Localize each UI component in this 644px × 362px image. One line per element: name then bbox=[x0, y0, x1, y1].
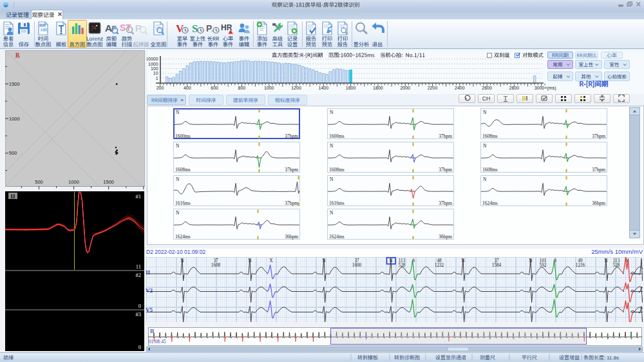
svg-text:37bpm: 37bpm bbox=[592, 133, 605, 139]
svg-text:1608ms: 1608ms bbox=[175, 167, 191, 173]
svg-text:37bpm: 37bpm bbox=[439, 167, 452, 173]
svg-text:11: 11 bbox=[136, 263, 141, 270]
svg-text:1608ms: 1608ms bbox=[482, 133, 498, 139]
svg-text:600: 600 bbox=[211, 86, 218, 90]
svg-text:800: 800 bbox=[238, 86, 246, 90]
svg-text:500: 500 bbox=[35, 179, 43, 185]
svg-text:3000+(ms): 3000+(ms) bbox=[535, 86, 556, 91]
svg-text:ST: ST bbox=[120, 23, 131, 33]
svg-text:RR: RR bbox=[39, 23, 46, 28]
svg-text:1000: 1000 bbox=[68, 179, 79, 185]
svg-text:V: V bbox=[625, 258, 629, 263]
svg-text:#1: #1 bbox=[136, 193, 142, 200]
svg-text:1: 1 bbox=[156, 76, 158, 81]
svg-text:37bpm: 37bpm bbox=[285, 133, 298, 139]
svg-text:1616ms: 1616ms bbox=[175, 200, 191, 206]
svg-text:II: II bbox=[150, 329, 154, 334]
svg-text:1500: 1500 bbox=[9, 81, 20, 87]
svg-text:1500: 1500 bbox=[103, 179, 114, 185]
svg-text:N: N bbox=[248, 258, 252, 263]
svg-text:N: N bbox=[176, 110, 180, 115]
svg-text:1200: 1200 bbox=[291, 86, 301, 90]
svg-text:N: N bbox=[176, 210, 180, 216]
svg-text:1000: 1000 bbox=[148, 62, 158, 66]
svg-text:N: N bbox=[483, 176, 487, 182]
svg-text:N: N bbox=[180, 258, 184, 263]
svg-text:1624ms: 1624ms bbox=[329, 234, 345, 240]
svg-text:T: T bbox=[504, 95, 507, 102]
svg-text:1608ms: 1608ms bbox=[329, 167, 345, 173]
svg-text:N: N bbox=[483, 143, 487, 149]
svg-text:1000: 1000 bbox=[9, 116, 20, 122]
svg-text:HR: HR bbox=[41, 28, 47, 32]
svg-text:N: N bbox=[322, 258, 326, 263]
svg-text:N: N bbox=[529, 258, 533, 263]
svg-text:10: 10 bbox=[153, 71, 158, 75]
svg-text:37bpm: 37bpm bbox=[592, 167, 605, 173]
svg-text:N: N bbox=[389, 258, 393, 263]
svg-text:II: II bbox=[10, 193, 15, 200]
svg-text:11.8s: 11.8s bbox=[607, 355, 619, 361]
svg-text:37bpm: 37bpm bbox=[439, 200, 452, 206]
svg-text:528: 528 bbox=[613, 263, 620, 268]
svg-text:1608: 1608 bbox=[211, 263, 221, 268]
svg-text:1000: 1000 bbox=[264, 86, 274, 90]
svg-text:#3: #3 bbox=[136, 311, 142, 318]
svg-text:36bpm: 36bpm bbox=[592, 200, 605, 206]
svg-text:1216: 1216 bbox=[576, 263, 585, 268]
svg-text:1600ms: 1600ms bbox=[175, 133, 191, 139]
svg-text:37bpm: 37bpm bbox=[285, 167, 298, 173]
svg-text:N: N bbox=[461, 258, 465, 263]
svg-text:N: N bbox=[330, 143, 334, 149]
svg-text:N: N bbox=[176, 143, 180, 149]
svg-text:0: 0 bbox=[138, 303, 141, 309]
svg-text:1608ms: 1608ms bbox=[482, 167, 498, 173]
svg-text:CH: CH bbox=[482, 95, 490, 102]
svg-text:1800: 1800 bbox=[373, 86, 383, 90]
svg-text:2600: 2600 bbox=[482, 86, 492, 90]
svg-text:2400: 2400 bbox=[455, 86, 465, 90]
svg-text:1400: 1400 bbox=[319, 86, 329, 90]
svg-text:37bpm: 37bpm bbox=[439, 133, 452, 139]
svg-text:1624ms: 1624ms bbox=[175, 234, 191, 240]
svg-text:37bpm: 37bpm bbox=[285, 200, 298, 206]
svg-text:528: 528 bbox=[399, 263, 406, 268]
svg-text:1584: 1584 bbox=[492, 263, 502, 268]
svg-text:36bpm: 36bpm bbox=[439, 234, 452, 240]
svg-text:10000: 10000 bbox=[147, 57, 158, 61]
svg-text:N: N bbox=[330, 110, 334, 115]
svg-text:1600ms: 1600ms bbox=[329, 133, 345, 139]
svg-text:2200: 2200 bbox=[428, 86, 438, 90]
svg-text:S: S bbox=[554, 258, 556, 263]
svg-text:592: 592 bbox=[540, 263, 547, 268]
svg-text:01:08:45: 01:08:45 bbox=[149, 339, 166, 345]
svg-text:0: 0 bbox=[138, 344, 141, 350]
svg-text:1600: 1600 bbox=[352, 263, 362, 268]
svg-text:N: N bbox=[330, 176, 334, 182]
svg-text:2000: 2000 bbox=[400, 86, 410, 90]
svg-text:1600: 1600 bbox=[346, 86, 356, 90]
svg-text:N: N bbox=[604, 258, 608, 263]
svg-text:N: N bbox=[176, 176, 180, 182]
svg-text:1616ms: 1616ms bbox=[329, 200, 345, 206]
svg-text:1624ms: 1624ms bbox=[482, 200, 498, 206]
svg-text:X: X bbox=[269, 258, 273, 263]
svg-text:#2: #2 bbox=[136, 272, 142, 278]
svg-text:100: 100 bbox=[151, 66, 158, 71]
svg-text:2800: 2800 bbox=[509, 86, 520, 90]
svg-text:500: 500 bbox=[9, 150, 17, 156]
svg-text:36bpm: 36bpm bbox=[285, 234, 298, 240]
svg-text:N: N bbox=[483, 110, 487, 115]
svg-text:400: 400 bbox=[184, 86, 191, 90]
svg-text:S: S bbox=[412, 258, 415, 263]
svg-text:R: R bbox=[15, 52, 20, 58]
svg-text:S: S bbox=[192, 23, 198, 35]
svg-text:N: N bbox=[330, 210, 334, 216]
svg-text:200: 200 bbox=[156, 86, 164, 90]
svg-text:1232: 1232 bbox=[435, 263, 444, 268]
